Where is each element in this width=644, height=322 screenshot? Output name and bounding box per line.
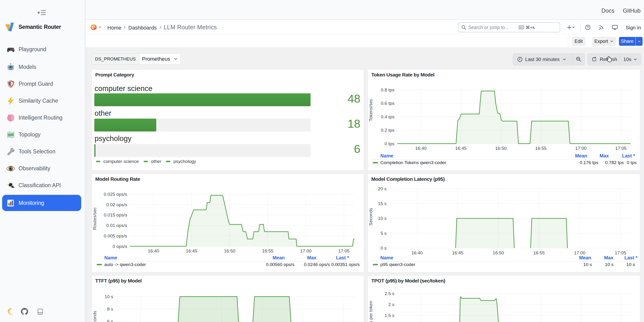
svg-text:0 ops/s: 0 ops/s xyxy=(113,244,127,249)
svg-text:0.00560 ops/s: 0.00560 ops/s xyxy=(266,262,294,267)
svg-text:0 tps: 0 tps xyxy=(627,160,636,165)
svg-text:1.5 s: 1.5 s xyxy=(385,313,394,318)
svg-text:Name: Name xyxy=(380,153,393,158)
svg-text:17:05: 17:05 xyxy=(338,248,350,254)
svg-text:Last *: Last * xyxy=(624,255,638,260)
svg-text:Name: Name xyxy=(104,255,117,260)
svg-text:6 s: 6 s xyxy=(107,319,113,322)
svg-text:16:40: 16:40 xyxy=(411,250,423,255)
svg-text:Name: Name xyxy=(380,255,393,260)
svg-text:0.176 tps: 0.176 tps xyxy=(580,160,598,165)
svg-text:Mean: Mean xyxy=(579,255,591,260)
svg-text:p95 qwen3-coder: p95 qwen3-coder xyxy=(380,262,415,267)
svg-text:Routes/sec: Routes/sec xyxy=(92,207,97,230)
svg-text:17:00: 17:00 xyxy=(575,146,586,151)
svg-text:0.01 ops/s: 0.01 ops/s xyxy=(106,223,127,228)
svg-text:auto -> qwen3-coder: auto -> qwen3-coder xyxy=(104,262,146,267)
svg-text:16:40: 16:40 xyxy=(148,248,159,254)
svg-text:16:50: 16:50 xyxy=(224,248,235,254)
svg-text:17:00: 17:00 xyxy=(574,250,586,255)
svg-text:0 tps: 0 tps xyxy=(385,141,394,146)
svg-text:2 s: 2 s xyxy=(388,302,394,307)
svg-text:10 s: 10 s xyxy=(605,262,614,267)
svg-text:0.8 tps: 0.8 tps xyxy=(381,88,394,92)
svg-text:17:00: 17:00 xyxy=(300,248,312,254)
svg-text:0.015 ops/s: 0.015 ops/s xyxy=(104,212,127,218)
svg-text:16:55: 16:55 xyxy=(534,250,545,255)
svg-text:0.782 tps: 0.782 tps xyxy=(605,160,624,165)
svg-text:0.025 ops/s: 0.025 ops/s xyxy=(104,192,127,197)
svg-text:10 s: 10 s xyxy=(626,262,635,267)
svg-text:0 s: 0 s xyxy=(380,246,386,250)
svg-text:Completion Tokens qwen3-coder: Completion Tokens qwen3-coder xyxy=(380,160,446,165)
svg-text:Tokens/sec: Tokens/sec xyxy=(368,98,373,121)
svg-text:5 s: 5 s xyxy=(380,231,386,236)
svg-text:Max: Max xyxy=(600,153,609,158)
svg-text:0.2 tps: 0.2 tps xyxy=(381,128,394,133)
svg-text:16:55: 16:55 xyxy=(262,248,274,254)
svg-text:0.02 ops/s: 0.02 ops/s xyxy=(106,202,127,207)
svg-text:16:50: 16:50 xyxy=(495,146,506,151)
svg-text:0.0246 ops/s: 0.0246 ops/s xyxy=(304,262,330,267)
svg-text:8 s: 8 s xyxy=(107,306,113,312)
svg-text:Last *: Last * xyxy=(622,153,635,158)
svg-text:Mean: Mean xyxy=(272,255,284,260)
svg-text:Seconds: Seconds xyxy=(92,311,97,322)
svg-text:16:45: 16:45 xyxy=(186,248,198,254)
svg-text:Max: Max xyxy=(604,255,614,260)
svg-text:10 s: 10 s xyxy=(583,262,592,267)
svg-text:Last *: Last * xyxy=(336,255,349,260)
svg-text:0.6 tps: 0.6 tps xyxy=(381,101,394,106)
svg-text:16:55: 16:55 xyxy=(535,146,546,151)
svg-text:16:40: 16:40 xyxy=(415,146,426,151)
svg-text:16:50: 16:50 xyxy=(493,250,504,255)
svg-text:17:05: 17:05 xyxy=(615,146,626,151)
svg-text:0.005 ops/s: 0.005 ops/s xyxy=(104,234,127,238)
svg-text:Mean: Mean xyxy=(575,153,587,158)
svg-text:20 s: 20 s xyxy=(378,186,386,191)
svg-text:0.00351 ops/s: 0.00351 ops/s xyxy=(331,262,360,267)
svg-text:Seconds: Seconds xyxy=(368,208,373,226)
svg-text:16:45: 16:45 xyxy=(452,250,464,255)
svg-text:Max: Max xyxy=(307,255,316,260)
svg-text:16:45: 16:45 xyxy=(455,146,466,151)
svg-text:17:05: 17:05 xyxy=(615,250,626,255)
svg-text:10 s: 10 s xyxy=(104,294,113,299)
svg-text:15 s: 15 s xyxy=(378,201,386,206)
svg-text:Seconds per token: Seconds per token xyxy=(368,301,373,322)
svg-text:0.4 tps: 0.4 tps xyxy=(381,114,394,119)
svg-text:2.5 s: 2.5 s xyxy=(385,291,394,296)
svg-text:?: ? xyxy=(587,26,589,29)
svg-text:10 s: 10 s xyxy=(378,216,386,221)
